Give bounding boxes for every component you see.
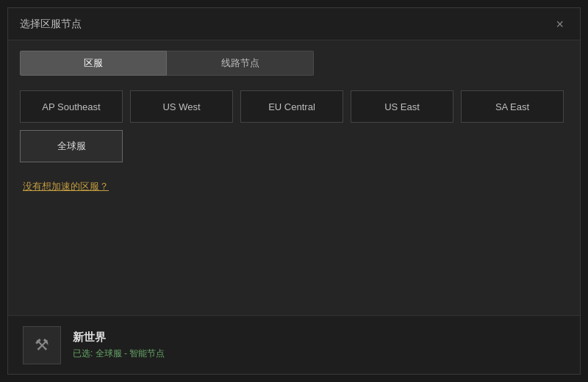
region-grid: AP Southeast US West EU Central US East … (20, 90, 568, 162)
title-bar: 选择区服节点 × (8, 8, 580, 40)
region-global[interactable]: 全球服 (20, 130, 123, 162)
game-name: 新世界 (73, 331, 165, 345)
region-eu-central[interactable]: EU Central (240, 90, 343, 123)
dialog-title: 选择区服节点 (20, 18, 82, 31)
no-region-link[interactable]: 没有想加速的区服？ (23, 180, 568, 193)
region-ap-southeast[interactable]: AP Southeast (20, 90, 123, 123)
game-info: 新世界 已选: 全球服 - 智能节点 (73, 331, 165, 360)
close-button[interactable]: × (551, 15, 568, 34)
region-us-west[interactable]: US West (130, 90, 233, 123)
game-icon-symbol: ⚒ (35, 336, 49, 355)
game-icon: ⚒ (23, 326, 61, 364)
region-us-east[interactable]: US East (351, 90, 453, 123)
region-sa-east[interactable]: SA East (461, 90, 564, 123)
tab-region[interactable]: 区服 (20, 51, 167, 76)
dialog: 选择区服节点 × 区服 线路节点 AP Southeast US West EU… (7, 7, 581, 375)
game-status: 已选: 全球服 - 智能节点 (73, 347, 165, 360)
tab-bar: 区服 线路节点 (8, 40, 580, 76)
footer: ⚒ 新世界 已选: 全球服 - 智能节点 (8, 315, 580, 374)
content-area: AP Southeast US West EU Central US East … (8, 76, 580, 315)
tab-node[interactable]: 线路节点 (167, 51, 314, 76)
